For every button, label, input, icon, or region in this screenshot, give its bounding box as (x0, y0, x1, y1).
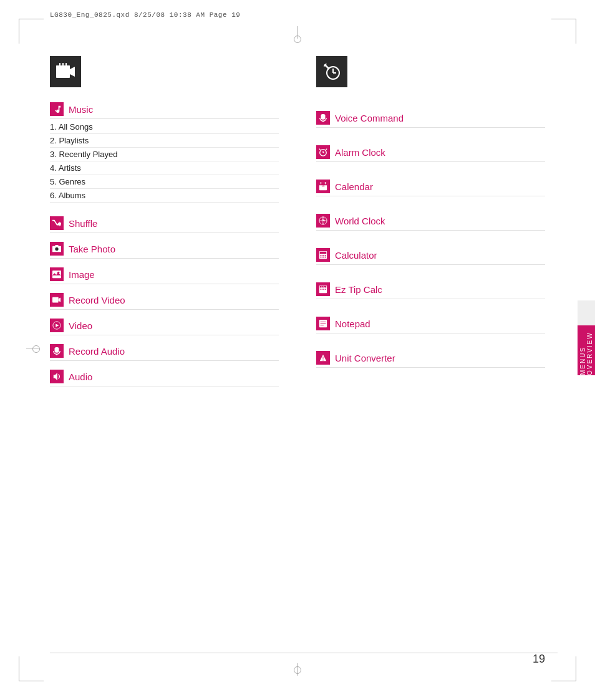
video-icon (50, 319, 64, 332)
audio-icon (50, 370, 64, 383)
svg-line-26 (326, 149, 327, 150)
svg-rect-38 (321, 255, 322, 256)
music-item-5: 5. Genres (50, 175, 279, 189)
world-clock-label: World Clock (335, 216, 385, 226)
sidebar-tab-label: Menus Overview (579, 325, 593, 375)
crosshair-top (294, 26, 301, 43)
svg-rect-47 (321, 289, 322, 290)
voice-command-row: Voice Command (316, 111, 545, 128)
calendar-label: Calendar (335, 181, 373, 192)
svg-text:19: 19 (322, 185, 325, 188)
music-item-1: 1. All Songs (50, 120, 279, 134)
svg-rect-48 (322, 289, 324, 290)
crosshair-bottom (294, 663, 301, 674)
calendar-row: 19 Calendar (316, 180, 545, 196)
crop-mark-top-left (19, 19, 44, 44)
alarm-clock-row: Alarm Clock (316, 145, 545, 162)
record-audio-icon (50, 344, 64, 358)
svg-rect-8 (55, 245, 58, 246)
page-number: 19 (533, 653, 545, 666)
world-clock-icon (316, 214, 330, 228)
crop-mark-bottom-right (551, 656, 576, 681)
ez-tip-calc-label: Ez Tip Calc (335, 284, 382, 295)
record-video-icon (50, 293, 64, 307)
record-video-row: Record Video (50, 293, 279, 310)
sidebar-tab-color-area: Menus Overview (578, 325, 595, 375)
svg-rect-40 (325, 255, 326, 256)
svg-rect-39 (322, 255, 324, 256)
record-video-label: Record Video (69, 295, 125, 305)
svg-point-7 (55, 247, 58, 251)
voice-command-icon (316, 111, 330, 125)
columns-container: Music 1. All Songs 2. Playlists 3. Recen… (50, 56, 545, 395)
take-photo-label: Take Photo (69, 244, 115, 254)
svg-line-25 (319, 149, 321, 150)
record-audio-label: Record Audio (69, 346, 125, 357)
shuffle-label: Shuffle (69, 218, 97, 229)
music-icon (50, 102, 64, 116)
svg-rect-43 (325, 257, 326, 258)
svg-rect-41 (321, 257, 322, 258)
svg-rect-11 (52, 297, 59, 303)
svg-rect-37 (320, 252, 327, 254)
calendar-icon: 19 (316, 180, 330, 193)
calculator-label: Calculator (335, 250, 377, 261)
music-section: Music 1. All Songs 2. Playlists 3. Recen… (50, 102, 279, 203)
alarm-clock-label: Alarm Clock (335, 147, 385, 158)
unit-converter-icon (316, 351, 330, 365)
unit-converter-row: Unit Converter (316, 351, 545, 368)
music-item-4: 4. Artists (50, 161, 279, 175)
shuffle-row: Shuffle (50, 216, 279, 233)
bottom-separator (50, 653, 558, 653)
music-item-6: 6. Albums (50, 189, 279, 203)
left-column: Music 1. All Songs 2. Playlists 3. Recen… (50, 56, 279, 395)
calculator-icon (316, 248, 330, 262)
music-item-3: 3. Recently Played (50, 148, 279, 161)
svg-marker-12 (59, 298, 61, 302)
svg-point-56 (322, 360, 324, 361)
image-label: Image (69, 269, 95, 280)
svg-rect-42 (322, 257, 324, 258)
left-main-icon (50, 56, 81, 87)
audio-row: Audio (50, 370, 279, 386)
take-photo-icon (50, 242, 64, 256)
svg-marker-14 (56, 324, 59, 327)
world-clock-row: World Clock (316, 214, 545, 231)
svg-rect-20 (321, 114, 326, 120)
notepad-row: Notepad (316, 317, 545, 333)
svg-rect-15 (55, 347, 59, 353)
unit-converter-label: Unit Converter (335, 353, 395, 363)
right-column: Voice Command Alarm Clock 19 Calendar (316, 56, 545, 395)
music-item-2: 2. Playlists (50, 134, 279, 148)
crop-mark-top-right (551, 19, 576, 44)
svg-rect-49 (325, 289, 326, 290)
alarm-clock-icon (316, 145, 330, 159)
image-icon (50, 267, 64, 281)
ez-tip-calc-row: EzTip Ez Tip Calc (316, 282, 545, 299)
crosshair-left (26, 348, 40, 353)
take-photo-row: Take Photo (50, 242, 279, 259)
video-label: Video (69, 320, 92, 331)
ez-tip-calc-icon: EzTip (316, 282, 330, 296)
audio-label: Audio (69, 372, 92, 382)
record-audio-row: Record Audio (50, 344, 279, 361)
crop-mark-bottom-left (19, 656, 44, 681)
voice-command-label: Voice Command (335, 113, 404, 123)
sidebar-tab: Menus Overview (578, 300, 595, 400)
notepad-icon (316, 317, 330, 330)
shuffle-icon (50, 216, 64, 230)
svg-point-10 (57, 272, 60, 274)
image-row: Image (50, 267, 279, 284)
right-main-icon (316, 56, 347, 87)
header-text: LG830_Eng_0825.qxd 8/25/08 10:38 AM Page… (50, 11, 240, 19)
main-content: Music 1. All Songs 2. Playlists 3. Recen… (50, 56, 545, 644)
calculator-row: Calculator (316, 248, 545, 265)
video-row: Video (50, 319, 279, 335)
svg-rect-5 (56, 65, 70, 68)
svg-marker-1 (70, 67, 75, 77)
svg-text:EzTip: EzTip (321, 286, 326, 289)
music-label: Music (69, 104, 93, 115)
music-title-row: Music (50, 102, 279, 119)
notepad-label: Notepad (335, 319, 370, 329)
